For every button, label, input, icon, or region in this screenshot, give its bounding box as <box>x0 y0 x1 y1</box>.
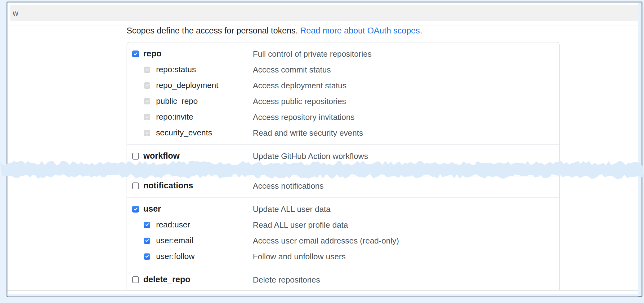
scope-description: Access commit status <box>253 65 331 74</box>
note-input[interactable]: w <box>10 5 638 21</box>
bottom-gutter <box>8 294 638 296</box>
checkbox-user[interactable] <box>132 206 139 213</box>
checkbox-repo[interactable] <box>132 50 139 57</box>
scope-group-repo: repoFull control of private repositories… <box>127 42 559 144</box>
right-gutter <box>638 3 642 296</box>
checkbox-user:email[interactable] <box>144 238 150 244</box>
checkbox-workflow[interactable] <box>132 153 139 160</box>
scope-row-user:email: user:emailAccess user email addresses (r… <box>127 233 559 248</box>
scope-label: repo <box>143 49 162 59</box>
scope-group-user: userUpdate ALL user dataread:userRead AL… <box>127 198 559 268</box>
scope-description: Full control of private repositories <box>253 49 372 59</box>
scope-row-user:follow: user:followFollow and unfollow users <box>127 248 559 264</box>
header-divider <box>7 25 638 25</box>
oauth-scopes-link[interactable]: Read more about OAuth scopes. <box>300 26 422 35</box>
checkbox-public_repo <box>144 98 150 104</box>
scope-row-user: userUpdate ALL user data <box>127 201 559 217</box>
checkbox-security_events <box>144 130 150 136</box>
scope-label: repo:status <box>156 65 196 74</box>
scope-description: Access public repositories <box>253 96 346 106</box>
scope-row-repo_deployment: repo_deploymentAccess deployment status <box>127 77 559 93</box>
scope-row-security_events: security_eventsRead and write security e… <box>127 125 559 141</box>
scope-label: user:follow <box>156 252 195 261</box>
scope-description: Update GitHub Action workflows <box>253 151 368 161</box>
scope-description: Read and write security events <box>253 128 363 138</box>
checkbox-notifications[interactable] <box>132 182 139 189</box>
scope-label: repo_deployment <box>156 81 218 90</box>
checkbox-read:user[interactable] <box>144 222 150 228</box>
scopes-intro-text: Scopes define the access for personal to… <box>127 26 300 35</box>
scope-label: user <box>143 204 161 214</box>
scope-label: delete_repo <box>143 275 190 284</box>
scope-group-notifications: notificationsAccess notifications <box>127 177 559 197</box>
scope-row-read:user: read:userRead ALL user profile data <box>127 217 559 233</box>
scope-description: Read ALL user profile data <box>253 220 348 230</box>
scope-label: user:email <box>156 236 193 245</box>
scope-label: workflow <box>143 151 180 161</box>
scope-description: Follow and unfollow users <box>253 252 346 261</box>
scope-row-repo:status: repo:statusAccess commit status <box>127 62 559 77</box>
page-bottom-divider <box>7 290 638 291</box>
checkbox-user:follow[interactable] <box>144 253 150 260</box>
scope-label: read:user <box>156 220 190 230</box>
scope-label: public_repo <box>156 96 198 106</box>
checkbox-repo_deployment <box>144 82 150 89</box>
scope-row-repo:invite: repo:inviteAccess repository invitations <box>127 109 559 125</box>
scope-row-notifications: notificationsAccess notifications <box>127 178 559 194</box>
scope-row-repo: repoFull control of private repositories <box>127 46 559 62</box>
scope-description: Access user email addresses (read-only) <box>253 236 399 245</box>
scope-label: repo:invite <box>156 112 193 122</box>
scope-row-delete_repo: delete_repoDelete repositories <box>127 272 559 288</box>
checkbox-repo:status <box>144 67 150 73</box>
scope-row-public_repo: public_repoAccess public repositories <box>127 93 559 109</box>
scope-label: security_events <box>156 128 212 138</box>
scope-description: Access notifications <box>253 181 324 191</box>
scope-description: Update ALL user data <box>253 204 331 214</box>
checkbox-delete_repo[interactable] <box>132 276 139 283</box>
scope-description: Access deployment status <box>253 81 347 90</box>
checkbox-repo:invite <box>144 114 150 120</box>
scope-description: Access repository invitations <box>253 112 355 122</box>
scopes-intro: Scopes define the access for personal to… <box>127 26 422 36</box>
scope-label: notifications <box>143 181 193 191</box>
scope-description: Delete repositories <box>253 275 320 284</box>
scope-group-delete_repo: delete_repoDelete repositories <box>127 268 559 289</box>
